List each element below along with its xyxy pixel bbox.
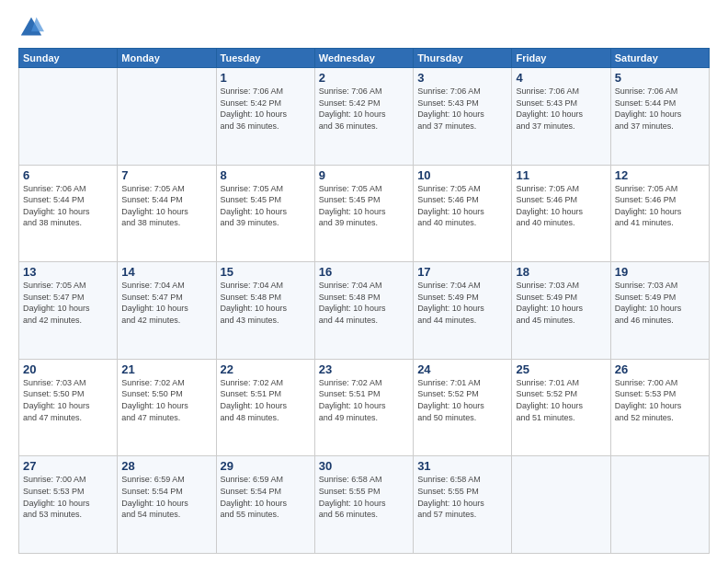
day-number: 29: [221, 459, 311, 473]
day-info: Sunrise: 7:06 AM Sunset: 5:44 PM Dayligh…: [615, 86, 705, 132]
day-info: Sunrise: 7:03 AM Sunset: 5:49 PM Dayligh…: [516, 280, 606, 326]
day-number: 28: [121, 459, 211, 473]
calendar-cell: 18Sunrise: 7:03 AM Sunset: 5:49 PM Dayli…: [512, 262, 610, 360]
day-number: 18: [516, 265, 606, 279]
calendar-cell: 14Sunrise: 7:04 AM Sunset: 5:47 PM Dayli…: [118, 262, 216, 360]
day-info: Sunrise: 7:05 AM Sunset: 5:46 PM Dayligh…: [615, 183, 705, 229]
calendar-cell: 29Sunrise: 6:59 AM Sunset: 5:54 PM Dayli…: [216, 456, 314, 554]
day-number: 6: [23, 168, 113, 182]
weekday-monday: Monday: [118, 49, 216, 68]
day-info: Sunrise: 7:00 AM Sunset: 5:53 PM Dayligh…: [23, 474, 113, 520]
day-number: 19: [615, 265, 705, 279]
calendar-cell: 19Sunrise: 7:03 AM Sunset: 5:49 PM Dayli…: [610, 262, 709, 360]
calendar-cell: 3Sunrise: 7:06 AM Sunset: 5:43 PM Daylig…: [414, 68, 512, 166]
calendar-cell: 2Sunrise: 7:06 AM Sunset: 5:42 PM Daylig…: [314, 68, 413, 166]
day-number: 23: [319, 362, 409, 376]
day-info: Sunrise: 7:04 AM Sunset: 5:47 PM Dayligh…: [121, 280, 211, 326]
calendar-cell: 17Sunrise: 7:04 AM Sunset: 5:49 PM Dayli…: [414, 262, 512, 360]
calendar-cell: 7Sunrise: 7:05 AM Sunset: 5:44 PM Daylig…: [118, 165, 216, 262]
page: SundayMondayTuesdayWednesdayThursdayFrid…: [0, 0, 728, 563]
week-row-2: 6Sunrise: 7:06 AM Sunset: 5:44 PM Daylig…: [19, 165, 710, 262]
week-row-4: 20Sunrise: 7:03 AM Sunset: 5:50 PM Dayli…: [19, 359, 710, 456]
day-number: 15: [221, 265, 311, 279]
calendar-cell: 16Sunrise: 7:04 AM Sunset: 5:48 PM Dayli…: [314, 262, 413, 360]
calendar-cell: 31Sunrise: 6:58 AM Sunset: 5:55 PM Dayli…: [414, 456, 512, 554]
day-number: 4: [516, 71, 606, 85]
day-number: 24: [417, 362, 507, 376]
day-number: 11: [516, 168, 606, 182]
calendar-cell: 12Sunrise: 7:05 AM Sunset: 5:46 PM Dayli…: [610, 165, 709, 262]
day-info: Sunrise: 6:59 AM Sunset: 5:54 PM Dayligh…: [221, 474, 311, 520]
day-info: Sunrise: 7:02 AM Sunset: 5:51 PM Dayligh…: [319, 377, 409, 423]
weekday-sunday: Sunday: [19, 49, 118, 68]
day-number: 17: [417, 265, 507, 279]
day-number: 5: [615, 71, 705, 85]
day-number: 10: [417, 168, 507, 182]
calendar-cell: 23Sunrise: 7:02 AM Sunset: 5:51 PM Dayli…: [314, 359, 413, 456]
weekday-saturday: Saturday: [610, 49, 709, 68]
day-number: 27: [23, 459, 113, 473]
day-info: Sunrise: 7:05 AM Sunset: 5:46 PM Dayligh…: [417, 183, 507, 229]
day-number: 20: [23, 362, 113, 376]
calendar-cell: 15Sunrise: 7:04 AM Sunset: 5:48 PM Dayli…: [216, 262, 314, 360]
weekday-thursday: Thursday: [414, 49, 512, 68]
day-info: Sunrise: 7:00 AM Sunset: 5:53 PM Dayligh…: [615, 377, 705, 423]
calendar-cell: 11Sunrise: 7:05 AM Sunset: 5:46 PM Dayli…: [512, 165, 610, 262]
day-number: 21: [121, 362, 211, 376]
calendar-cell: 26Sunrise: 7:00 AM Sunset: 5:53 PM Dayli…: [610, 359, 709, 456]
calendar-cell: [610, 456, 709, 554]
day-number: 7: [121, 168, 211, 182]
day-info: Sunrise: 7:06 AM Sunset: 5:42 PM Dayligh…: [319, 86, 409, 132]
weekday-tuesday: Tuesday: [216, 49, 314, 68]
calendar-cell: 13Sunrise: 7:05 AM Sunset: 5:47 PM Dayli…: [19, 262, 118, 360]
day-info: Sunrise: 7:05 AM Sunset: 5:45 PM Dayligh…: [221, 183, 311, 229]
day-number: 14: [121, 265, 211, 279]
day-info: Sunrise: 7:02 AM Sunset: 5:51 PM Dayligh…: [221, 377, 311, 423]
calendar-cell: 25Sunrise: 7:01 AM Sunset: 5:52 PM Dayli…: [512, 359, 610, 456]
calendar-cell: 1Sunrise: 7:06 AM Sunset: 5:42 PM Daylig…: [216, 68, 314, 166]
day-info: Sunrise: 7:05 AM Sunset: 5:47 PM Dayligh…: [23, 280, 113, 326]
calendar-cell: [118, 68, 216, 166]
day-info: Sunrise: 7:04 AM Sunset: 5:48 PM Dayligh…: [221, 280, 311, 326]
calendar-cell: 8Sunrise: 7:05 AM Sunset: 5:45 PM Daylig…: [216, 165, 314, 262]
day-info: Sunrise: 7:05 AM Sunset: 5:44 PM Dayligh…: [121, 183, 211, 229]
day-info: Sunrise: 7:05 AM Sunset: 5:45 PM Dayligh…: [319, 183, 409, 229]
day-number: 2: [319, 71, 409, 85]
calendar-cell: 9Sunrise: 7:05 AM Sunset: 5:45 PM Daylig…: [314, 165, 413, 262]
header: [18, 15, 710, 40]
calendar-cell: 5Sunrise: 7:06 AM Sunset: 5:44 PM Daylig…: [610, 68, 709, 166]
day-info: Sunrise: 7:05 AM Sunset: 5:46 PM Dayligh…: [516, 183, 606, 229]
calendar-cell: 27Sunrise: 7:00 AM Sunset: 5:53 PM Dayli…: [19, 456, 118, 554]
day-info: Sunrise: 7:06 AM Sunset: 5:43 PM Dayligh…: [516, 86, 606, 132]
day-number: 8: [221, 168, 311, 182]
day-number: 9: [319, 168, 409, 182]
day-info: Sunrise: 7:03 AM Sunset: 5:50 PM Dayligh…: [23, 377, 113, 423]
logo: [18, 15, 48, 40]
calendar-cell: 28Sunrise: 6:59 AM Sunset: 5:54 PM Dayli…: [118, 456, 216, 554]
weekday-friday: Friday: [512, 49, 610, 68]
calendar-table: SundayMondayTuesdayWednesdayThursdayFrid…: [18, 48, 710, 554]
weekday-header-row: SundayMondayTuesdayWednesdayThursdayFrid…: [19, 49, 710, 68]
calendar-cell: 10Sunrise: 7:05 AM Sunset: 5:46 PM Dayli…: [414, 165, 512, 262]
calendar-cell: [512, 456, 610, 554]
calendar-cell: [19, 68, 118, 166]
day-info: Sunrise: 7:02 AM Sunset: 5:50 PM Dayligh…: [121, 377, 211, 423]
day-number: 31: [417, 459, 507, 473]
day-info: Sunrise: 7:04 AM Sunset: 5:48 PM Dayligh…: [319, 280, 409, 326]
calendar-cell: 20Sunrise: 7:03 AM Sunset: 5:50 PM Dayli…: [19, 359, 118, 456]
day-number: 12: [615, 168, 705, 182]
calendar-cell: 4Sunrise: 7:06 AM Sunset: 5:43 PM Daylig…: [512, 68, 610, 166]
day-info: Sunrise: 7:06 AM Sunset: 5:42 PM Dayligh…: [221, 86, 311, 132]
week-row-3: 13Sunrise: 7:05 AM Sunset: 5:47 PM Dayli…: [19, 262, 710, 360]
day-info: Sunrise: 6:58 AM Sunset: 5:55 PM Dayligh…: [417, 474, 507, 520]
day-info: Sunrise: 6:58 AM Sunset: 5:55 PM Dayligh…: [319, 474, 409, 520]
logo-icon: [18, 15, 44, 40]
day-number: 1: [221, 71, 311, 85]
day-number: 16: [319, 265, 409, 279]
calendar-cell: 21Sunrise: 7:02 AM Sunset: 5:50 PM Dayli…: [118, 359, 216, 456]
day-number: 3: [417, 71, 507, 85]
day-info: Sunrise: 7:04 AM Sunset: 5:49 PM Dayligh…: [417, 280, 507, 326]
day-number: 13: [23, 265, 113, 279]
day-info: Sunrise: 7:03 AM Sunset: 5:49 PM Dayligh…: [615, 280, 705, 326]
day-number: 30: [319, 459, 409, 473]
